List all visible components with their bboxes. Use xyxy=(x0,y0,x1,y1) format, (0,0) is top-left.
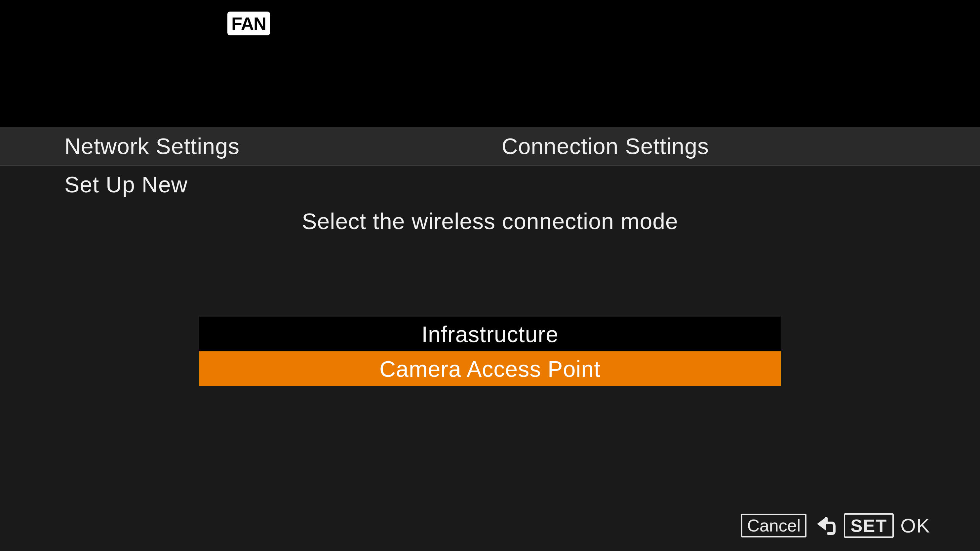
option-camera-access-point[interactable]: Camera Access Point xyxy=(199,351,781,386)
instruction-text: Select the wireless connection mode xyxy=(0,208,980,234)
instruction-row: Select the wireless connection mode xyxy=(0,203,980,239)
breadcrumb-connection-settings: Connection Settings xyxy=(501,133,980,159)
set-button[interactable]: SET xyxy=(844,513,894,538)
breadcrumb-network-settings: Network Settings xyxy=(0,133,501,159)
subheader-setup-new: Set Up New xyxy=(64,172,980,197)
ok-label: OK xyxy=(900,514,931,537)
footer-controls: Cancel SET OK xyxy=(741,513,931,538)
cancel-button[interactable]: Cancel xyxy=(741,514,807,537)
back-icon xyxy=(813,516,835,535)
fan-status-badge: FAN xyxy=(228,11,270,35)
camera-menu-screen: FAN Network Settings Connection Settings… xyxy=(0,0,980,551)
subheader-row: Set Up New xyxy=(0,166,980,203)
option-infrastructure[interactable]: Infrastructure xyxy=(199,317,781,351)
breadcrumb-header: Network Settings Connection Settings xyxy=(0,127,980,166)
wireless-mode-options: Infrastructure Camera Access Point xyxy=(0,317,980,386)
top-status-bar: FAN xyxy=(0,0,980,127)
